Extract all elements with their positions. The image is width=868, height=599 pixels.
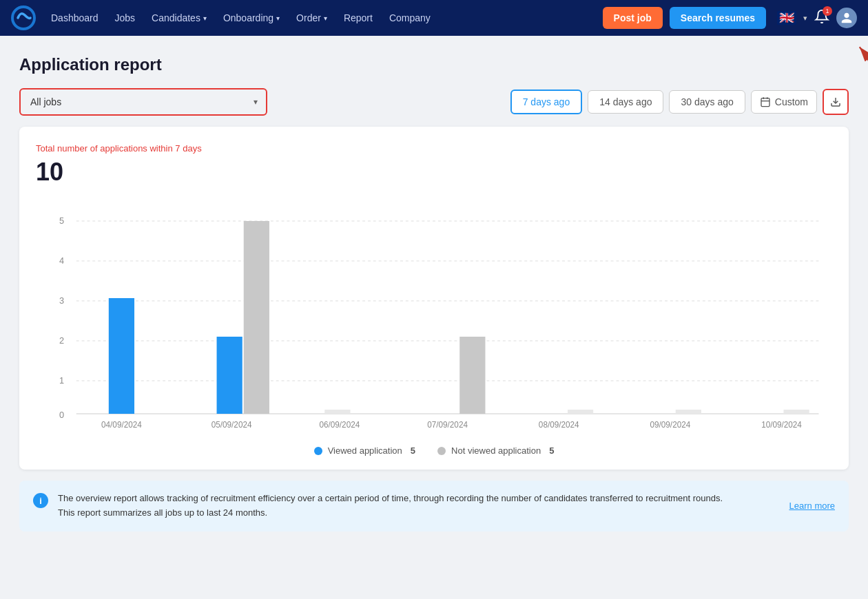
svg-text:4: 4 — [59, 255, 64, 266]
nav-order[interactable]: Order ▾ — [289, 8, 334, 28]
svg-text:08/09/2024: 08/09/2024 — [539, 420, 579, 430]
bar-stub-2 — [324, 410, 350, 414]
bar-chart: 5 4 3 2 1 0 — [36, 200, 832, 434]
legend-notviewed-count: 5 — [549, 445, 554, 456]
info-line1: The overview report allows tracking of r… — [58, 493, 723, 503]
bar-viewed-0 — [109, 298, 134, 414]
candidates-chevron: ▾ — [203, 14, 207, 22]
legend-notviewed-dot — [437, 447, 446, 455]
svg-text:05/09/2024: 05/09/2024 — [211, 420, 252, 430]
nav-candidates[interactable]: Candidates ▾ — [145, 8, 214, 28]
user-avatar[interactable] — [836, 8, 857, 28]
legend-viewed-count: 5 — [411, 445, 415, 456]
svg-text:5: 5 — [59, 216, 64, 226]
custom-label: Custom — [775, 96, 808, 107]
navbar: Dashboard Jobs Candidates ▾ Onboarding ▾… — [0, 0, 868, 36]
svg-text:2: 2 — [59, 335, 64, 346]
nav-report[interactable]: Report — [337, 8, 380, 28]
svg-text:0: 0 — [59, 410, 64, 420]
nav-onboarding[interactable]: Onboarding ▾ — [216, 8, 287, 28]
bar-stub-6 — [783, 410, 809, 414]
svg-text:07/09/2024: 07/09/2024 — [427, 420, 468, 430]
bar-notviewed-1 — [244, 221, 269, 414]
page-title: Application report — [19, 55, 849, 74]
legend-viewed: Viewed application 5 — [314, 445, 415, 456]
7-days-button[interactable]: 7 days ago — [510, 90, 583, 114]
nav-company[interactable]: Company — [382, 8, 437, 28]
post-job-button[interactable]: Post job — [603, 7, 663, 29]
legend-not-viewed: Not viewed application 5 — [437, 445, 554, 456]
legend-notviewed-label: Not viewed application — [451, 445, 541, 456]
legend-viewed-label: Viewed application — [328, 445, 402, 456]
onboarding-chevron: ▾ — [276, 14, 280, 22]
chart-legend: Viewed application 5 Not viewed applicat… — [36, 445, 832, 456]
date-filters-wrapper: 7 days ago 14 days ago 30 days ago Custo… — [510, 89, 849, 115]
info-box: i The overview report allows tracking of… — [19, 481, 849, 532]
learn-more-link[interactable]: Learn more — [789, 501, 835, 511]
svg-text:3: 3 — [59, 295, 64, 306]
job-select-wrapper: All jobs ▾ — [19, 88, 267, 116]
bar-notviewed-3 — [459, 337, 485, 414]
14-days-button[interactable]: 14 days ago — [588, 90, 663, 114]
svg-text:09/09/2024: 09/09/2024 — [650, 420, 691, 430]
nav-jobs[interactable]: Jobs — [108, 8, 143, 28]
svg-text:10/09/2024: 10/09/2024 — [761, 420, 802, 430]
legend-viewed-dot — [314, 447, 322, 455]
main-content: Application report All jobs ▾ 7 days ago… — [0, 36, 868, 532]
svg-text:1: 1 — [59, 375, 64, 386]
bar-stub-4 — [568, 410, 593, 414]
bar-stub-5 — [676, 410, 701, 414]
notification-badge: 1 — [823, 6, 832, 16]
language-chevron: ▾ — [803, 14, 807, 23]
svg-text:04/09/2024: 04/09/2024 — [101, 420, 142, 430]
app-logo[interactable] — [11, 6, 36, 30]
chart-container: Total number of applications within 7 da… — [19, 127, 849, 470]
nav-dashboard[interactable]: Dashboard — [44, 8, 105, 28]
download-icon — [830, 96, 841, 107]
job-select[interactable]: All jobs — [21, 90, 266, 114]
info-line2: This report summarizes all jobs up to la… — [58, 507, 267, 518]
calendar-icon — [760, 96, 771, 107]
custom-button[interactable]: Custom — [751, 90, 817, 114]
order-chevron: ▾ — [324, 14, 327, 22]
nav-icons: ▾ 1 — [777, 8, 857, 28]
30-days-button[interactable]: 30 days ago — [669, 90, 745, 114]
download-button[interactable] — [823, 89, 849, 115]
info-text: The overview report allows tracking of r… — [58, 492, 780, 521]
chart-total: 10 — [36, 158, 832, 187]
info-icon: i — [33, 493, 48, 508]
filters-row: All jobs ▾ 7 days ago 14 days ago 30 day… — [19, 88, 849, 116]
svg-text:06/09/2024: 06/09/2024 — [319, 420, 360, 430]
bar-viewed-1 — [217, 337, 242, 414]
download-wrapper — [823, 89, 849, 115]
language-selector[interactable] — [777, 11, 796, 25]
notification-icon[interactable]: 1 — [814, 9, 829, 27]
svg-rect-1 — [761, 98, 769, 107]
chart-subtitle: Total number of applications within 7 da… — [36, 143, 832, 154]
search-resumes-button[interactable]: Search resumes — [670, 7, 766, 29]
